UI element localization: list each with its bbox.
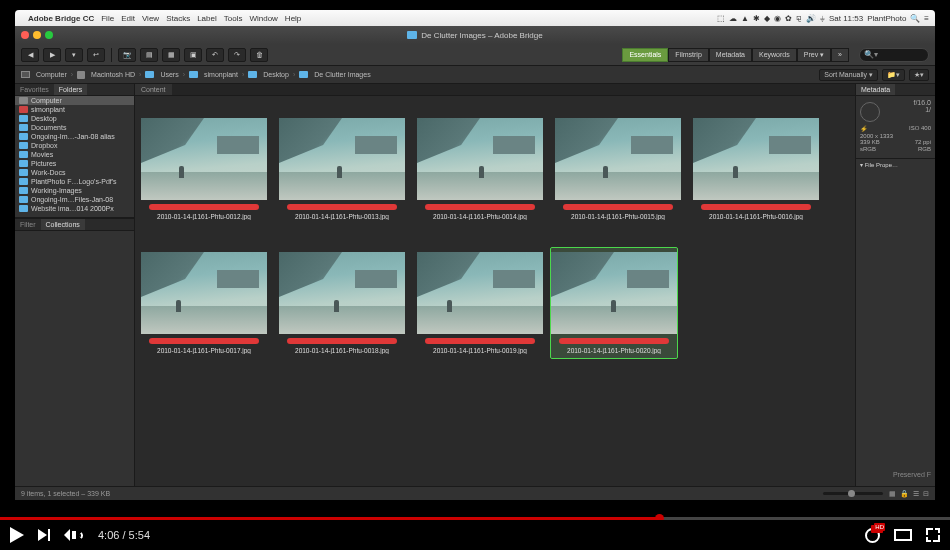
folder-icon [19,187,28,194]
workspace-metadata[interactable]: Metadata [709,48,752,62]
back-button[interactable]: ◀ [21,48,39,62]
view-grid-button[interactable]: ▦ [889,490,896,498]
sidebar-item[interactable]: Movies [15,150,134,159]
tab-filter[interactable]: Filter [15,219,41,230]
sidebar-item[interactable]: Dropbox [15,141,134,150]
crumb-desktop[interactable]: Desktop [263,71,289,78]
menu-help[interactable]: Help [285,14,301,23]
meta-filesize: 339 KB [860,139,880,145]
rotate-cw-button[interactable]: ↷ [228,48,246,62]
rotate-ccw-button[interactable]: ↶ [206,48,224,62]
menu-label[interactable]: Label [197,14,217,23]
reveal-button[interactable]: ▾ [65,48,83,62]
theater-mode-button[interactable] [894,529,912,541]
menu-view[interactable]: View [142,14,159,23]
search-field[interactable]: 🔍▾ [859,48,929,62]
workspace-more[interactable]: » [831,48,849,62]
bluetooth-icon[interactable]: ⚼ [796,13,802,23]
sidebar-item[interactable]: Desktop [15,114,134,123]
output-button[interactable]: ▦ [162,48,180,62]
sidebar-item[interactable]: Ongoing-Im…-Jan-08 alias [15,132,134,141]
wifi-icon[interactable]: ⏚ [820,14,825,23]
thumbnail[interactable]: 2010-01-14-j1161-Phtu-0016.jpg [693,118,819,220]
volume-button[interactable] [64,529,84,541]
content-area: Content 2010-01-14-j1161-Phtu-0012.jpg20… [135,84,855,486]
workspace-prev[interactable]: Prev ▾ [797,48,831,62]
workspace-filmstrip[interactable]: Filmstrip [668,48,708,62]
notification-center-icon[interactable]: ≡ [924,14,929,23]
sidebar-item[interactable]: Pictures [15,159,134,168]
sidebar-item[interactable]: Ongoing-Im…Files-Jan-08 [15,195,134,204]
menu-edit[interactable]: Edit [121,14,135,23]
sync-icon[interactable]: ▲ [741,14,749,23]
sidebar-item[interactable]: Website ima…014 2000Px [15,204,134,213]
thumbnail[interactable]: 2010-01-14-j1161-Phtu-0019.jpg [417,252,543,354]
sidebar-item[interactable]: Computer [15,96,134,105]
refine-button[interactable]: ▤ [140,48,158,62]
menu-window[interactable]: Window [249,14,277,23]
forward-button[interactable]: ▶ [43,48,61,62]
thumbnail[interactable]: 2010-01-14-j1161-Phtu-0020.jpg [551,248,677,358]
menu-tools[interactable]: Tools [224,14,243,23]
camera-button[interactable]: 📷 [118,48,136,62]
disk-icon [77,71,85,79]
thumbnail[interactable]: 2010-01-14-j1161-Phtu-0015.jpg [555,118,681,220]
menu-file[interactable]: File [101,14,114,23]
cloud-icon[interactable]: ☁ [729,14,737,23]
cc-icon[interactable]: ◉ [774,14,781,23]
tab-collections[interactable]: Collections [41,219,85,230]
trash-button[interactable]: 🗑 [250,48,268,62]
sidebar-item[interactable]: PlantPhoto F…Logo's-Pdf's [15,177,134,186]
menubar-app-name[interactable]: Adobe Bridge CC [28,14,94,23]
tab-metadata[interactable]: Metadata [856,84,895,95]
new-folder-button[interactable]: 📁▾ [882,69,905,81]
view-list-button[interactable]: ☰ [913,490,919,498]
sidebar-item[interactable]: simonplant [15,105,134,114]
thumbnail[interactable]: 2010-01-14-j1161-Phtu-0014.jpg [417,118,543,220]
sort-dropdown[interactable]: Sort Manually ▾ [819,69,878,81]
filter-button[interactable]: ★▾ [909,69,929,81]
crumb-user[interactable]: simonplant [204,71,238,78]
sidebar-item[interactable]: Documents [15,123,134,132]
close-window-button[interactable] [21,31,29,39]
folder-icon [19,133,28,140]
thumbnail[interactable]: 2010-01-14-j1161-Phtu-0013.jpg [279,118,405,220]
menubar-user[interactable]: PlantPhoto [867,14,906,23]
workspace-keywords[interactable]: Keywords [752,48,797,62]
zoom-window-button[interactable] [45,31,53,39]
crumb-hd[interactable]: Macintosh HD [91,71,135,78]
sidebar-item[interactable]: Working-Images [15,186,134,195]
fullscreen-button[interactable] [926,528,940,542]
thumbnail[interactable]: 2010-01-14-j1161-Phtu-0018.jpg [279,252,405,354]
evernote-icon[interactable]: ✱ [753,14,760,23]
sidebar-item-label: Movies [31,151,53,158]
crumb-users[interactable]: Users [160,71,178,78]
settings-button[interactable]: HD [865,528,880,543]
open-button[interactable]: ▣ [184,48,202,62]
tab-folders[interactable]: Folders [54,84,87,95]
search-icon: 🔍▾ [864,50,878,59]
next-button[interactable] [38,529,50,541]
view-lock-button[interactable]: 🔒 [900,490,909,498]
thumbnail[interactable]: 2010-01-14-j1161-Phtu-0017.jpg [141,252,267,354]
thumbnail-size-slider[interactable] [823,492,883,495]
notif-icon[interactable]: ◆ [764,14,770,23]
crumb-current[interactable]: De Clutter Images [314,71,370,78]
crumb-computer[interactable]: Computer [36,71,67,78]
minimize-window-button[interactable] [33,31,41,39]
thumbnail[interactable]: 2010-01-14-j1161-Phtu-0012.jpg [141,118,267,220]
menu-stacks[interactable]: Stacks [166,14,190,23]
menubar-clock[interactable]: Sat 11:53 [829,14,863,23]
tab-favorites[interactable]: Favorites [15,84,54,95]
boomerang-button[interactable]: ↩ [87,48,105,62]
content-tab[interactable]: Content [135,84,172,95]
workspace-essentials[interactable]: Essentials [622,48,668,62]
sidebar-item[interactable]: Work-Docs [15,168,134,177]
volume-icon[interactable]: 🔊 [806,14,816,23]
section-file-properties[interactable]: ▾ File Prope… [860,162,898,168]
dropbox-icon[interactable]: ⬚ [717,14,725,23]
spotlight-icon[interactable]: 🔍 [910,14,920,23]
play-button[interactable] [10,527,24,543]
util-icon[interactable]: ✿ [785,14,792,23]
view-details-button[interactable]: ⊟ [923,490,929,498]
